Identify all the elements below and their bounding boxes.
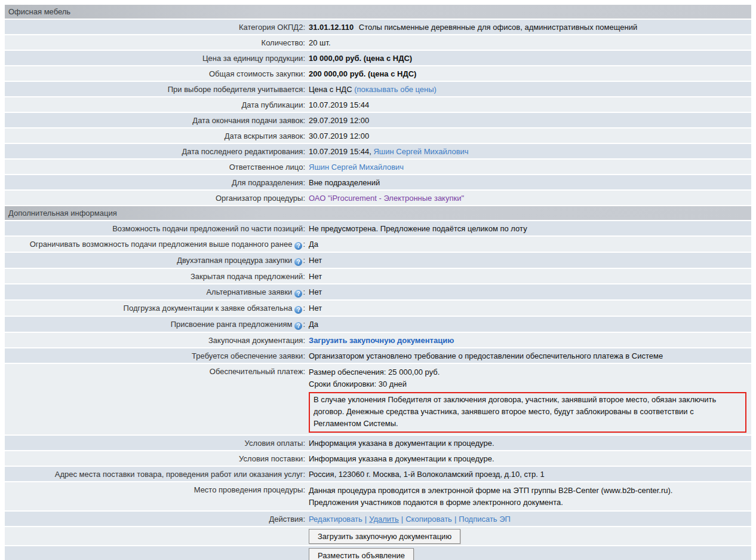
responsible-user-link[interactable]: Яшин Сергей Михайлович	[309, 163, 404, 172]
row-okpd-category: Категория ОКПД2: 31.01.12.110 Столы пись…	[5, 20, 751, 35]
row-value: 10.07.2019 15:44	[305, 97, 751, 112]
row-label: При выборе победителя учитывается:	[5, 82, 305, 96]
row-value: 10 000,00 руб. (цена с НДС)	[305, 51, 751, 65]
row-delivery-terms: Условия поставки: Информация указана в д…	[5, 451, 751, 467]
row-payment-terms: Условия оплаты: Информация указана в док…	[5, 436, 751, 451]
row-label: Обеспечительный платеж:	[5, 364, 305, 434]
row-label-empty	[5, 546, 305, 560]
row-winner-criteria: При выборе победителя учитывается: Цена …	[5, 82, 751, 97]
row-label: Количество:	[5, 35, 305, 50]
row-quantity: Количество: 20 шт.	[5, 35, 751, 51]
last-edit-user-link[interactable]: Яшин Сергей Михайлович	[373, 147, 468, 156]
row-value: Данная процедура проводится в электронно…	[305, 482, 751, 510]
row-last-edit-date: Дата последнего редактирования: 10.07.20…	[5, 144, 751, 160]
delete-link[interactable]: Удалить	[369, 515, 399, 524]
row-value: Не предусмотрена. Предложение подаётся ц…	[305, 221, 751, 235]
row-value: Загрузить закупочную документацию	[305, 333, 751, 347]
row-value: 20 шт.	[305, 35, 751, 50]
row-responsible-person: Ответственное лицо: Яшин Сергей Михайлов…	[5, 160, 751, 175]
row-value: Загрузить закупочную документацию	[305, 527, 751, 545]
row-value: Россия, 123060 г. Москва, 1-й Волоколамс…	[305, 467, 751, 481]
action-separator: |	[401, 515, 403, 524]
row-label: Действия:	[5, 512, 305, 526]
help-icon[interactable]: ?	[294, 322, 302, 330]
security-amount: Размер обеспечения: 25 000,00 руб.	[309, 366, 746, 378]
procedure-details-page: Офисная мебель Категория ОКПД2: 31.01.12…	[5, 5, 751, 560]
row-value: Разместить объявление	[305, 546, 751, 560]
row-value: Вне подразделений	[305, 175, 751, 189]
publish-announcement-button[interactable]: Разместить объявление	[309, 548, 414, 560]
winner-criteria-value: Цена с НДС	[309, 85, 352, 94]
row-delivery-address: Адрес места поставки товара, проведения …	[5, 467, 751, 482]
row-label-text: Присвоение ранга предложениям	[171, 320, 293, 329]
row-label: Дата последнего редактирования:	[5, 144, 305, 158]
row-value: Информация указана в документации к проц…	[305, 436, 751, 450]
row-label: Альтернативные заявки?:	[5, 284, 305, 299]
row-label: Общая стоимость закупки:	[5, 66, 305, 81]
row-label-text: Альтернативные заявки	[206, 287, 292, 296]
help-icon[interactable]: ?	[294, 306, 302, 314]
row-bid-end-date: Дата окончания подачи заявок: 29.07.2019…	[5, 113, 751, 128]
sign-link[interactable]: Подписать ЭП	[459, 515, 511, 524]
venue-line-2: Предложения участников подаются в форме …	[309, 497, 746, 509]
action-separator: |	[454, 515, 456, 524]
row-label: Присвоение ранга предложениям?:	[5, 317, 305, 332]
section-header-main: Офисная мебель	[5, 5, 751, 20]
row-label-text: Ограничивать возможность подачи предложе…	[30, 240, 293, 249]
row-procurement-docs: Закупочная документация: Загрузить закуп…	[5, 333, 751, 348]
upload-docs-button[interactable]: Загрузить закупочную документацию	[309, 529, 460, 544]
row-unit-price: Цена за единицу продукции: 10 000,00 руб…	[5, 51, 751, 66]
row-label: Ответственное лицо:	[5, 160, 305, 174]
row-label: Подгрузка документации к заявке обязател…	[5, 301, 305, 316]
show-both-prices-link[interactable]: (показывать обе цены)	[354, 85, 437, 94]
row-label: Ограничивать возможность подачи предложе…	[5, 237, 305, 252]
help-icon[interactable]: ?	[294, 242, 302, 250]
row-value: ОАО "iProcurement - Электронные закупки"	[305, 191, 751, 205]
row-label: Дата вскрытия заявок:	[5, 128, 305, 143]
row-closed-bids: Закрытая подача предложений: Нет	[5, 269, 751, 284]
row-value: Редактировать|Удалить|Скопировать|Подпис…	[305, 512, 751, 526]
row-value: Цена с НДС (показывать обе цены)	[305, 82, 751, 96]
row-value: Нет	[305, 253, 751, 268]
row-value: 200 000,00 руб. (цена с НДС)	[305, 66, 751, 81]
row-label: Требуется обеспечение заявки:	[5, 348, 305, 363]
row-label: Для подразделения:	[5, 175, 305, 189]
organizer-link[interactable]: ОАО "iProcurement - Электронные закупки"	[309, 194, 464, 203]
row-bid-opening-date: Дата вскрытия заявок: 30.07.2019 12:00	[5, 128, 751, 144]
row-label: Дата публикации:	[5, 97, 305, 112]
row-value: Яшин Сергей Михайлович	[305, 160, 751, 174]
row-label: Закупочная документация:	[5, 333, 305, 347]
row-publish-button: Разместить объявление	[5, 546, 751, 560]
row-partial-bids: Возможность подачи предложений по части …	[5, 221, 751, 237]
row-alternative-bids: Альтернативные заявки?: Нет	[5, 284, 751, 301]
row-value: Нет	[305, 269, 751, 283]
security-block-period: Сроки блокировки: 30 дней	[309, 378, 746, 390]
row-label: Условия поставки:	[5, 451, 305, 466]
row-publication-date: Дата публикации: 10.07.2019 15:44	[5, 97, 751, 113]
row-procedure-venue: Место проведения процедуры: Данная проце…	[5, 482, 751, 512]
row-total-price: Общая стоимость закупки: 200 000,00 руб.…	[5, 66, 751, 82]
upload-docs-link[interactable]: Загрузить закупочную документацию	[309, 336, 454, 345]
venue-line-1: Данная процедура проводится в электронно…	[309, 485, 746, 497]
row-label: Место проведения процедуры:	[5, 482, 305, 510]
row-two-stage: Двухэтапная процедура закупки?: Нет	[5, 253, 751, 269]
row-ranking: Присвоение ранга предложениям?: Да	[5, 317, 751, 333]
okpd-code: 31.01.12.110	[309, 23, 354, 32]
row-label: Условия оплаты:	[5, 436, 305, 450]
security-warning-box: В случае уклонения Победителя от заключе…	[309, 392, 746, 433]
copy-link[interactable]: Скопировать	[405, 515, 452, 524]
row-value: Да	[305, 317, 751, 332]
row-value: 30.07.2019 12:00	[305, 128, 751, 143]
row-label: Организатор процедуры:	[5, 191, 305, 205]
okpd-text: Столы письменные деревянные для офисов, …	[359, 23, 637, 32]
help-icon[interactable]: ?	[294, 258, 302, 266]
row-upload-button: Загрузить закупочную документацию	[5, 527, 751, 546]
row-value: Организатором установлено требование о п…	[305, 348, 751, 363]
row-docs-mandatory: Подгрузка документации к заявке обязател…	[5, 301, 751, 317]
section-header-additional: Дополнительная информация	[5, 206, 751, 221]
edit-link[interactable]: Редактировать	[309, 515, 362, 524]
row-limit-higher-bid: Ограничивать возможность подачи предложе…	[5, 237, 751, 253]
help-icon[interactable]: ?	[294, 290, 302, 298]
row-label: Дата окончания подачи заявок:	[5, 113, 305, 127]
row-label: Категория ОКПД2:	[5, 20, 305, 34]
